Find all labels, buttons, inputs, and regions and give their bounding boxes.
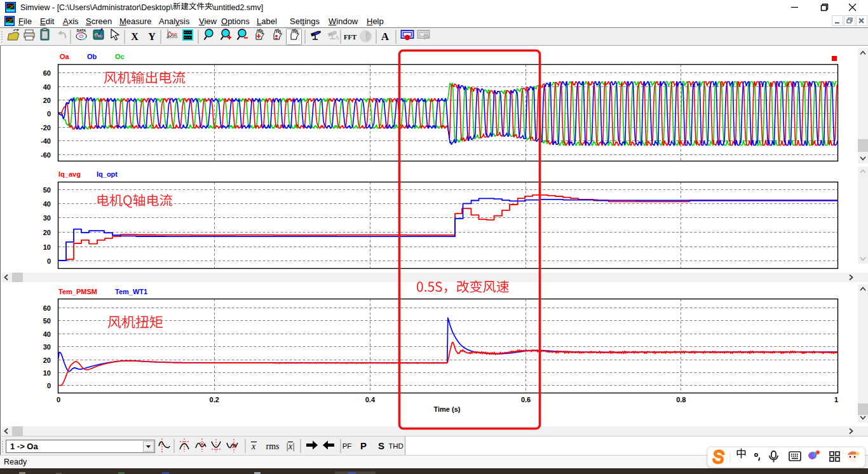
svg-text:DATA: DATA xyxy=(77,29,86,32)
svg-text:|x|: |x| xyxy=(286,442,295,451)
svg-text:rms: rms xyxy=(266,442,280,451)
svg-text:A: A xyxy=(335,34,339,41)
svg-text:P: P xyxy=(360,440,367,451)
svg-text:Y: Y xyxy=(148,31,156,42)
svg-text:PF: PF xyxy=(342,442,352,450)
svg-text:S: S xyxy=(378,440,384,451)
svg-text:x: x xyxy=(251,442,256,451)
svg-text:THD: THD xyxy=(388,442,403,450)
svg-text:FFT: FFT xyxy=(344,34,356,41)
svg-text:X: X xyxy=(131,31,139,42)
svg-text:A: A xyxy=(381,30,390,43)
